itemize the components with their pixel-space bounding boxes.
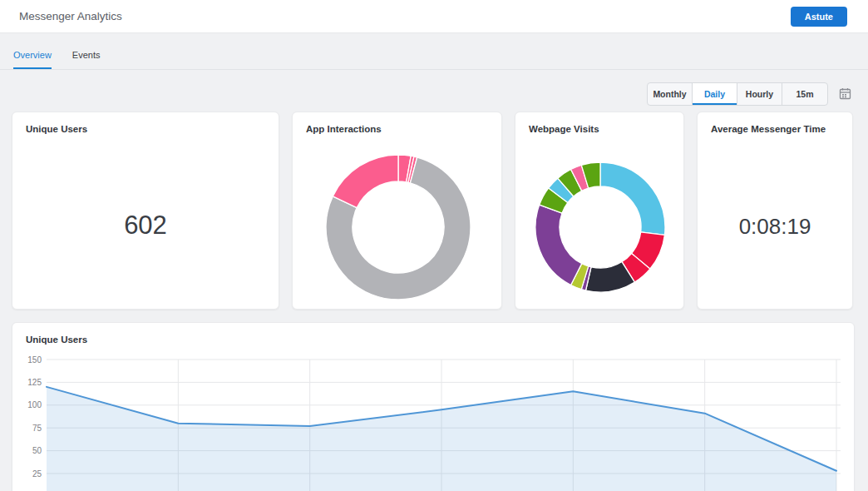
unique-users-card: Unique Users 602 xyxy=(12,112,279,310)
time-range-hourly[interactable]: Hourly xyxy=(737,83,782,105)
card-title: Average Messenger Time xyxy=(698,112,852,134)
calendar-icon xyxy=(839,90,851,102)
time-range-15m[interactable]: 15m xyxy=(782,83,827,105)
svg-text:50: 50 xyxy=(32,446,42,455)
webpage-visits-card: Webpage Visits xyxy=(515,112,684,310)
kpi-cards-row: Unique Users 602 App Interactions Webpag… xyxy=(0,106,868,310)
svg-text:25: 25 xyxy=(32,469,42,479)
date-picker-button[interactable] xyxy=(838,87,851,101)
app-interactions-donut xyxy=(293,112,503,310)
astute-button[interactable]: Astute xyxy=(791,7,847,27)
card-title: Unique Users xyxy=(12,112,279,134)
webpage-visits-donut xyxy=(515,112,685,310)
chart-title: Unique Users xyxy=(12,323,854,345)
app-header: Messenger Analytics Astute xyxy=(0,0,868,33)
avg-messenger-time-card: Average Messenger Time 0:08:19 xyxy=(697,112,853,310)
app-interactions-card: App Interactions xyxy=(292,112,502,310)
unique-users-value: 602 xyxy=(12,211,279,241)
svg-text:75: 75 xyxy=(32,424,42,433)
tab-overview[interactable]: Overview xyxy=(13,50,52,69)
svg-text:100: 100 xyxy=(27,400,42,409)
page-title: Messenger Analytics xyxy=(19,10,122,22)
unique-users-chart-card: Unique Users 150125100755025 xyxy=(12,322,855,491)
tab-events[interactable]: Events xyxy=(72,50,101,69)
svg-text:125: 125 xyxy=(27,378,42,387)
avg-messenger-time-value: 0:08:19 xyxy=(698,214,852,240)
unique-users-area-chart: 150125100755025 xyxy=(12,323,854,491)
tab-bar: Overview Events xyxy=(0,33,868,70)
time-range-daily[interactable]: Daily xyxy=(693,83,737,105)
controls-row: Monthly Daily Hourly 15m xyxy=(0,70,868,106)
svg-text:150: 150 xyxy=(27,355,42,365)
time-range-selector: Monthly Daily Hourly 15m xyxy=(647,82,828,106)
time-range-monthly[interactable]: Monthly xyxy=(648,83,693,105)
